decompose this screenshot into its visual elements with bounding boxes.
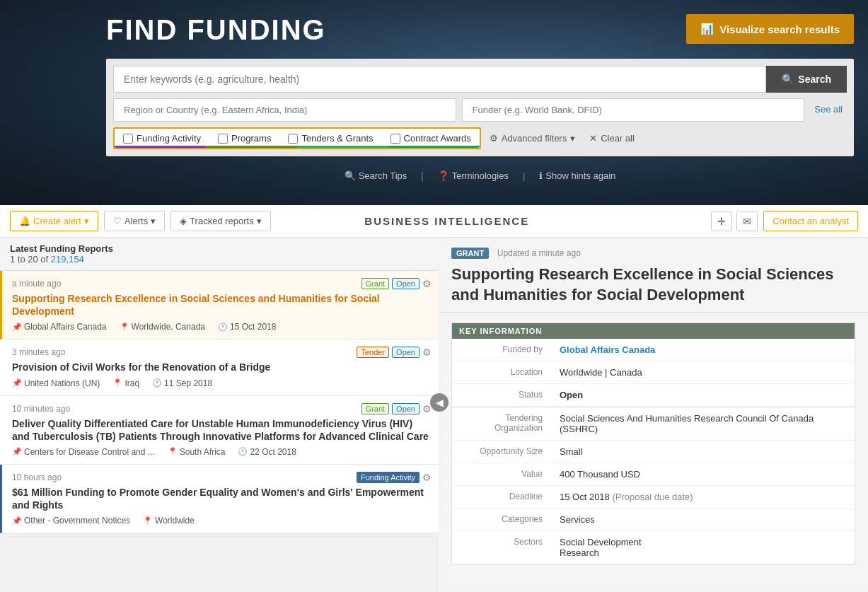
see-all-link[interactable]: See all [810,98,847,122]
tenders-grants-checkbox[interactable]: Tenders & Grants [288,133,373,144]
tag-grant: Grant [361,278,390,289]
tag-funding: Funding Activity [357,472,419,483]
key-info-header: KEY INFORMATION [452,323,855,339]
result-time: 3 minutes ago [12,347,65,357]
visualize-button[interactable]: 📊 Visualize search results [686,14,854,44]
location-icon: 📍 [120,323,129,332]
search-icon: 🔍 [782,74,794,85]
deadline-note: (Proposal due date) [612,492,693,502]
funding-activity-checkbox[interactable]: Funding Activity [123,133,201,144]
opp-size-label: Opportunity Size [452,441,551,463]
heart-icon: ♡ [113,216,122,226]
calendar-icon: 🕐 [238,447,248,456]
terminologies-link[interactable]: ❓ Terminologies [438,170,509,181]
tag-open: Open [392,278,419,289]
show-hints-link[interactable]: ℹ Show hints again [539,170,615,181]
result-item[interactable]: 10 hours ago Funding Activity ⚙ $61 Mill… [0,465,439,533]
result-title: $61 Million Funding to Promote Gender Eq… [12,486,432,511]
chevron-down-icon: ▾ [151,216,156,226]
info-icon: ℹ [539,170,543,181]
result-time: 10 minutes ago [12,404,70,414]
region-input[interactable] [113,98,456,122]
contact-analyst-button[interactable]: Contact an analyst [763,211,858,231]
diamond-icon: ◈ [180,216,187,226]
calendar-icon: 🕐 [152,378,162,388]
key-info-section: KEY INFORMATION Funded by Global Affairs… [451,323,855,565]
location-value2: Canada [610,367,642,378]
question-icon: ❓ [438,170,449,181]
results-label: Latest Funding Reports [10,243,113,254]
results-total: 219,154 [51,254,84,265]
location-icon: 📍 [168,447,178,456]
alerts-button[interactable]: ♡ Alerts ▾ [104,211,165,231]
bi-label: BUSINESS INTELLIGENCE [364,215,529,227]
deadline-value: 15 Oct 2018 [560,492,610,502]
tendering-value: Social Sciences And Humanities Research … [551,407,855,441]
sectors-value2: Research [560,547,846,558]
category-filter-bar: Funding Activity Programs Tenders & Gran… [113,127,481,149]
left-panel: Latest Funding Reports 1 to 20 of 219,15… [0,238,439,591]
advanced-filters-button[interactable]: ⚙ Advanced filters ▾ [490,133,576,144]
location-icon: 📍 [143,516,153,526]
location-label: Location [452,361,551,384]
contract-awards-checkbox[interactable]: Contract Awards [390,133,471,144]
bell-icon: 🔔 [19,216,30,226]
result-item[interactable]: 10 minutes ago Grant Open ⚙ Deliver Qual… [0,396,439,465]
result-title: Provision of Civil Works for the Renovat… [12,361,432,373]
result-title: Supporting Research Excellence in Social… [12,292,432,318]
close-icon: ✕ [589,133,597,144]
funded-by-value[interactable]: Global Affairs Canada [560,344,655,355]
grant-updated: Updated a minute ago [497,248,581,258]
move-icon-button[interactable]: ✛ [711,211,732,231]
location-value1: Worldwide [560,367,602,378]
programs-checkbox[interactable]: Programs [218,133,271,144]
pin-icon: 📌 [12,447,22,456]
opp-size-value: Small [551,441,855,463]
tag-tender: Tender [357,347,389,358]
right-panel: GRANT Updated a minute ago Supporting Re… [439,238,868,591]
chevron-down-icon: ▾ [570,133,575,144]
pin-icon: 📌 [12,516,22,526]
value-label: Value [452,463,551,486]
result-item[interactable]: a minute ago Grant Open ⚙ Supporting Res… [0,271,439,339]
search-tips-bar: 🔍 Search Tips | ❓ Terminologies | ℹ Show… [106,163,854,181]
status-value: Open [560,390,583,400]
tendering-label: Tendering Organization [452,407,551,441]
result-time: 10 hours ago [12,472,62,482]
categories-value: Services [551,509,855,531]
tag-open: Open [392,403,419,414]
main-layout: Latest Funding Reports 1 to 20 of 219,15… [0,238,868,591]
bar-chart-icon: 📊 [700,23,714,35]
email-icon-button[interactable]: ✉ [736,211,758,231]
create-alert-button[interactable]: 🔔 Create alert ▾ [10,211,98,231]
collapse-panel-button[interactable]: ◀ [430,393,449,412]
grant-header: GRANT Updated a minute ago Supporting Re… [439,238,868,313]
location-icon: 📍 [112,378,122,388]
result-time: a minute ago [12,279,61,289]
result-item[interactable]: 3 minutes ago Tender Open ⚙ Provision of… [0,339,439,395]
tracked-reports-button[interactable]: ◈ Tracked reports ▾ [170,211,271,231]
sectors-label: Sectors [452,531,551,564]
tag-grant: Grant [361,403,390,414]
funder-input[interactable] [462,98,805,122]
settings-icon[interactable]: ⚙ [422,278,432,289]
search-area: 🔍 Search See all Funding Activity [106,59,854,156]
chevron-down-icon: ▾ [257,216,262,226]
deadline-label: Deadline [452,486,551,509]
search-button[interactable]: 🔍 Search [766,66,847,93]
categories-label: Categories [452,509,551,531]
clear-all-button[interactable]: ✕ Clear all [589,133,635,144]
chevron-down-icon: ▾ [84,216,89,226]
main-toolbar: 🔔 Create alert ▾ ♡ Alerts ▾ ◈ Tracked re… [0,205,868,238]
filter-icon: ⚙ [490,133,498,144]
funded-by-label: Funded by [452,339,551,361]
search-tips-link[interactable]: 🔍 Search Tips [345,170,407,181]
calendar-icon: 🕐 [218,323,228,332]
keyword-input[interactable] [113,66,766,93]
settings-icon[interactable]: ⚙ [422,347,432,358]
tag-open: Open [392,347,419,358]
settings-icon[interactable]: ⚙ [422,472,432,483]
sectors-value1: Social Development [560,537,846,547]
pin-icon: 📌 [12,323,22,332]
key-info-table: Funded by Global Affairs Canada Location… [452,339,855,564]
